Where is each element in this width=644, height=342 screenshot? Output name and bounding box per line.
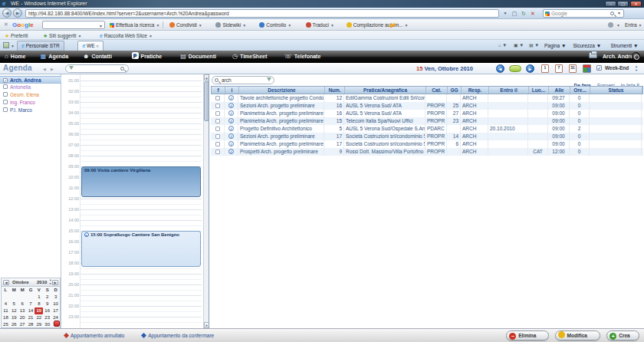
nav-timesheet[interactable]: ◷TimeSheet — [232, 52, 267, 61]
table-row[interactable]: iSezioni Arch. progetto preliminare17Soc… — [211, 133, 643, 140]
info-icon[interactable]: i — [228, 118, 234, 123]
minical-day[interactable]: 5 — [10, 301, 18, 307]
search-icon[interactable] — [120, 67, 124, 71]
browser-search-input[interactable]: Google ▼ — [543, 9, 624, 18]
google-search-button[interactable]: Effettua la ricerca▼ — [107, 21, 162, 29]
row-checkbox[interactable] — [215, 142, 220, 146]
gtoolbar-controllo-button[interactable]: Controllo▼ — [257, 21, 294, 29]
info-icon[interactable]: i — [228, 110, 234, 116]
nav-agenda[interactable]: ▦Agenda — [41, 52, 68, 61]
minical-day[interactable]: 27 — [18, 321, 27, 328]
column-header-luo[interactable]: Luo... — [529, 87, 549, 94]
google-search-input[interactable]: ▼ — [42, 21, 105, 29]
minical-day[interactable]: 1 — [34, 294, 43, 301]
column-header-praticaanagrafica[interactable]: Pratica/Anagrafica — [345, 87, 426, 94]
row-checkbox[interactable] — [215, 150, 220, 154]
minical-day[interactable]: 21 — [27, 314, 35, 321]
row-checkbox[interactable] — [215, 111, 220, 116]
sidebar-person[interactable]: Antonella — [0, 84, 61, 91]
minimize-button[interactable]: ─ — [605, 1, 616, 7]
prev-day-button[interactable]: ◀ — [496, 64, 504, 73]
weekend-checkbox[interactable]: ✓ — [596, 65, 602, 71]
calendar-search-input[interactable] — [65, 64, 129, 73]
minical-day[interactable]: 18 — [2, 314, 10, 321]
info-icon[interactable]: i — [228, 126, 234, 131]
minical-day[interactable]: 10 — [51, 301, 60, 307]
home-icon[interactable]: ⌂ ▼ — [498, 41, 507, 50]
collapse-right-icon[interactable]: ▶ — [51, 67, 54, 71]
minical-day[interactable]: 11 — [2, 307, 10, 314]
sidebar-person[interactable]: ✓Arch. Andrea — [0, 76, 61, 84]
url-dropdown-icon[interactable]: ▼ — [501, 9, 509, 18]
checked-checkbox-icon[interactable]: ✓ — [3, 78, 8, 83]
table-row[interactable]: iProgetto Definitivo Architettonico5AUSL… — [211, 125, 643, 133]
minical-day[interactable]: 15 — [34, 307, 43, 314]
info-icon[interactable]: i — [228, 149, 234, 154]
chevron-down-icon[interactable]: ▼ — [99, 24, 103, 28]
stop-icon[interactable]: ✕ — [529, 9, 537, 18]
minical-day[interactable]: 25 — [2, 321, 10, 328]
next-day-button[interactable]: ▶ — [526, 64, 534, 73]
minical-day[interactable]: 2 — [43, 294, 51, 301]
toolbar-close-icon[interactable]: ✕ — [4, 21, 8, 28]
minical-day[interactable]: 14 — [27, 307, 35, 314]
minical-day[interactable]: 3 — [51, 294, 60, 301]
minical-day[interactable]: 17 — [51, 307, 60, 314]
today-button[interactable] — [509, 65, 521, 72]
signin-button[interactable]: Entra▼ — [623, 21, 644, 29]
minical-day[interactable]: 20 — [18, 314, 27, 321]
minical-day[interactable]: 7 — [27, 301, 35, 307]
column-header-alle[interactable]: Alle — [549, 87, 570, 94]
year-spinner[interactable]: ▲▼ — [49, 278, 51, 286]
appointment[interactable]: 09:00 Visita cantiere Virgiliana — [81, 166, 201, 197]
next-month-icon[interactable]: ▶ — [52, 280, 58, 285]
appointment[interactable]: ▸15:00 Sopralluogo Cantiere San Benigno — [81, 231, 201, 267]
column-header-cat[interactable]: Cat. — [426, 87, 448, 94]
day-view-icon[interactable]: 1 — [541, 64, 549, 73]
minical-day[interactable]: 9 — [43, 301, 51, 307]
info-icon[interactable]: i — [228, 141, 234, 146]
column-header-entroil[interactable]: Entro il — [489, 87, 529, 94]
expand-collapse-icon[interactable]: ▲▼ — [635, 64, 638, 72]
column-header-ore[interactable]: Ore... — [570, 87, 590, 94]
filter-funnel-icon[interactable] — [267, 77, 271, 84]
column-header-num[interactable]: Num. — [325, 87, 345, 94]
column-header-i[interactable]: i — [225, 87, 239, 94]
web-slice-button[interactable]: e Raccolta Web Slice▼ — [100, 32, 153, 40]
sidebar-person[interactable]: Ing. Franco — [0, 99, 61, 107]
favorites-button[interactable]: ★ Preferiti — [5, 32, 28, 39]
search-icon[interactable] — [610, 12, 614, 15]
minical-day[interactable]: 8 — [34, 301, 43, 307]
nav-documenti[interactable]: ▤Documenti — [180, 52, 216, 61]
person-checkbox-icon[interactable] — [3, 92, 8, 97]
refresh-icon[interactable]: ↻ — [520, 9, 527, 18]
column-header-descrizione[interactable]: Descrizione — [239, 87, 325, 94]
tab-close-icon[interactable]: ✕ — [95, 44, 100, 48]
command-pagina[interactable]: Pagina ▼ — [544, 41, 566, 50]
table-row[interactable]: iProspetti Arch. progetto preliminare9Ro… — [211, 148, 643, 156]
minical-day[interactable]: 29 — [34, 321, 43, 328]
table-row[interactable]: iSezioni Arch. progetto preliminare16AUS… — [211, 102, 643, 110]
url-field[interactable]: http://94.82.180.88:8400/WE/index.html?s… — [25, 9, 499, 18]
tab-personale-str[interactable]: e Personale STR — [17, 41, 64, 51]
info-icon[interactable]: i — [228, 103, 234, 108]
minical-day[interactable]: 23 — [43, 314, 51, 321]
column-header-resp[interactable]: Resp. — [462, 87, 489, 94]
nav-home[interactable]: ⌂Home — [5, 52, 25, 61]
nav-telefonate[interactable]: ☏Telefonate — [284, 52, 321, 61]
print-icon[interactable]: ▤ ▼ — [529, 41, 539, 50]
quick-tabs-icon[interactable]: ▼ — [3, 41, 15, 51]
modifica-button[interactable]: Modifica — [555, 330, 601, 340]
person-checkbox-icon[interactable] — [3, 100, 8, 104]
gtoolbar-compilazione-button[interactable]: Compilazione autom...▼ — [344, 21, 411, 29]
row-checkbox[interactable] — [215, 119, 220, 123]
logout-button[interactable] — [632, 52, 640, 61]
column-header-status[interactable]: Status — [590, 87, 642, 94]
nav-contatti[interactable]: ☻Contatti — [83, 52, 112, 61]
minical-day[interactable]: 6 — [18, 301, 27, 307]
command-sicurezza[interactable]: Sicurezza ▼ — [573, 41, 601, 50]
command-strumenti[interactable]: Strumenti ▼ — [611, 41, 639, 50]
multi-agenda-icon[interactable] — [583, 64, 591, 73]
task-filter-input[interactable]: arch — [212, 76, 274, 84]
collapse-left-icon[interactable]: ◀ — [43, 67, 46, 71]
